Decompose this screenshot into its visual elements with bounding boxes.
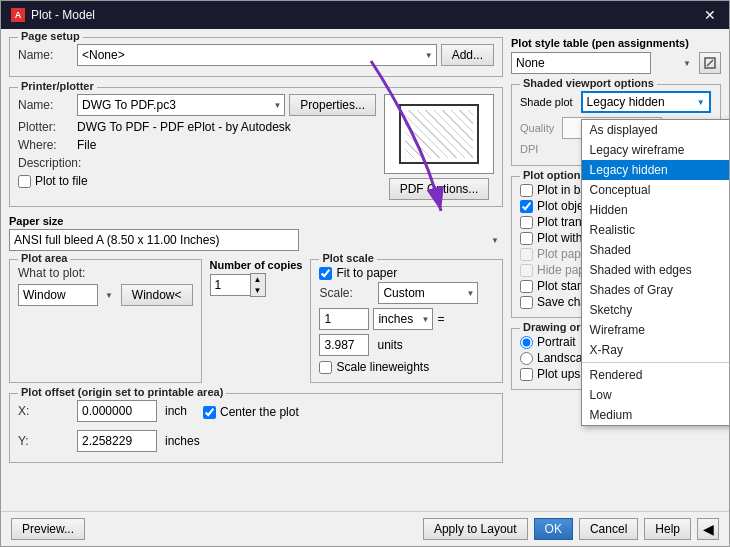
quality-label: Quality (520, 122, 554, 134)
printer-name-select[interactable]: DWG To PDF.pc3 (77, 94, 285, 116)
x-offset-row: X: inch (18, 400, 187, 422)
shade-option-as-displayed[interactable]: As displayed (582, 120, 729, 140)
fit-to-paper-label: Fit to paper (336, 266, 397, 280)
center-plot-label: Center the plot (220, 405, 299, 419)
add-button[interactable]: Add... (441, 44, 494, 66)
shaded-viewport-label: Shaded viewport options (520, 77, 657, 89)
plot-upside-down-checkbox[interactable] (520, 368, 533, 381)
scale-row: Scale: Custom (319, 282, 494, 304)
plotter-row: Plotter: DWG To PDF - PDF ePlot - by Aut… (18, 120, 376, 134)
scale-value2-input[interactable] (319, 334, 369, 356)
right-panel: Plot style table (pen assignments) None (511, 37, 721, 503)
shade-option-shaded[interactable]: Shaded (582, 240, 729, 260)
scale-value1-input[interactable] (319, 308, 369, 330)
shade-select-button[interactable]: Legacy hidden (581, 91, 711, 113)
shade-option-conceptual[interactable]: Conceptual (582, 180, 729, 200)
plot-transparency-checkbox[interactable] (520, 216, 533, 229)
unit1-select[interactable]: inches (373, 308, 433, 330)
y-offset-row: Y: inches (18, 430, 494, 452)
plot-stamp-checkbox[interactable] (520, 280, 533, 293)
plot-style-label: Plot style table (pen assignments) (511, 37, 721, 49)
back-button[interactable]: ◀ (697, 518, 719, 540)
center-plot-checkbox[interactable] (203, 406, 216, 419)
plot-obj-lineweights-checkbox[interactable] (520, 200, 533, 213)
copies-spinner: ▲ ▼ (210, 273, 303, 297)
shade-option-low[interactable]: Low (582, 385, 729, 405)
paper-size-wrapper: Paper size ANSI full bleed A (8.50 x 11.… (9, 215, 503, 251)
shade-option-medium[interactable]: Medium (582, 405, 729, 425)
save-changes-checkbox[interactable] (520, 296, 533, 309)
shade-plot-row: Shade plot Legacy hidden As displayed Le… (520, 91, 712, 113)
svg-line-1 (707, 60, 713, 66)
page-setup-name-wrapper: <None> (77, 44, 437, 66)
window-select[interactable]: Window (18, 284, 98, 306)
description-label: Description: (18, 156, 81, 170)
portrait-radio[interactable] (520, 336, 533, 349)
shade-option-shaded-edges[interactable]: Shaded with edges (582, 260, 729, 280)
fit-to-paper-row: Fit to paper (319, 266, 494, 280)
shade-option-sketchy[interactable]: Sketchy (582, 300, 729, 320)
plot-to-file-row: Plot to file (18, 174, 376, 188)
print-preview: 8.5" (384, 94, 494, 174)
copies-label: Number of copies (210, 259, 303, 271)
scale-values-row: inches = (319, 308, 494, 330)
copies-input[interactable] (210, 274, 250, 296)
dialog-footer: Preview... Apply to Layout OK Cancel Hel… (1, 511, 729, 546)
apply-layout-button[interactable]: Apply to Layout (423, 518, 528, 540)
plot-dialog: A Plot - Model ✕ Page setup Name: <None>… (0, 0, 730, 547)
help-button[interactable]: Help (644, 518, 691, 540)
window-button[interactable]: Window< (121, 284, 193, 306)
plot-styles-checkbox[interactable] (520, 232, 533, 245)
window-select-wrapper: Window (18, 284, 117, 306)
plot-style-controls: None (511, 52, 721, 74)
plot-background-checkbox[interactable] (520, 184, 533, 197)
scale-select[interactable]: Custom (378, 282, 478, 304)
dropdown-divider (582, 362, 729, 363)
shade-plot-label: Shade plot (520, 96, 573, 108)
scale-select-wrapper: Custom (378, 282, 478, 304)
plot-to-file-checkbox[interactable] (18, 175, 31, 188)
plot-area-label: Plot area (18, 252, 70, 264)
plot-style-edit-button[interactable] (699, 52, 721, 74)
plot-style-select[interactable]: None (511, 52, 651, 74)
dialog-title: Plot - Model (31, 8, 95, 22)
scale-lineweights-checkbox[interactable] (319, 361, 332, 374)
plotter-label: Plotter: (18, 120, 73, 134)
page-setup-name-select[interactable]: <None> (77, 44, 437, 66)
shade-option-legacy-wireframe[interactable]: Legacy wireframe (582, 140, 729, 160)
shade-select-wrapper: Legacy hidden As displayed Legacy wirefr… (581, 91, 711, 113)
shade-option-hidden[interactable]: Hidden (582, 200, 729, 220)
window-row: Window Window< (18, 284, 193, 306)
shade-option-wireframe[interactable]: Wireframe (582, 320, 729, 340)
shade-option-rendered[interactable]: Rendered (582, 365, 729, 385)
dpi-label: DPI (520, 143, 538, 155)
copies-down-btn[interactable]: ▼ (251, 285, 265, 296)
copies-up-btn[interactable]: ▲ (251, 274, 265, 285)
y-input[interactable] (77, 430, 157, 452)
preview-button[interactable]: Preview... (11, 518, 85, 540)
fit-to-paper-checkbox[interactable] (319, 267, 332, 280)
properties-button[interactable]: Properties... (289, 94, 376, 116)
shade-dropdown: As displayed Legacy wireframe Legacy hid… (581, 119, 729, 426)
ok-button[interactable]: OK (534, 518, 573, 540)
pdf-options-button[interactable]: PDF Options... (389, 178, 490, 200)
shade-option-legacy-hidden[interactable]: Legacy hidden (582, 160, 729, 180)
shade-option-xray[interactable]: X-Ray (582, 340, 729, 360)
center-plot-row: Center the plot (203, 405, 299, 419)
portrait-label: Portrait (537, 335, 576, 349)
cancel-button[interactable]: Cancel (579, 518, 638, 540)
shade-option-realistic[interactable]: Realistic (582, 220, 729, 240)
footer-left: Preview... (11, 518, 85, 540)
page-setup-label: Page setup (18, 30, 83, 42)
shade-option-shades-gray[interactable]: Shades of Gray (582, 280, 729, 300)
copies-spinner-btns: ▲ ▼ (250, 273, 266, 297)
paper-size-select[interactable]: ANSI full bleed A (8.50 x 11.00 Inches) (9, 229, 299, 251)
landscape-radio[interactable] (520, 352, 533, 365)
x-input[interactable] (77, 400, 157, 422)
close-button[interactable]: ✕ (701, 6, 719, 24)
printer-label: Printer/plotter (18, 80, 97, 92)
shaded-viewport-section: Shaded viewport options Shade plot Legac… (511, 84, 721, 166)
footer-right: Apply to Layout OK Cancel Help ◀ (423, 518, 719, 540)
title-bar-left: A Plot - Model (11, 8, 95, 22)
copies-wrapper: Number of copies ▲ ▼ (210, 259, 303, 383)
